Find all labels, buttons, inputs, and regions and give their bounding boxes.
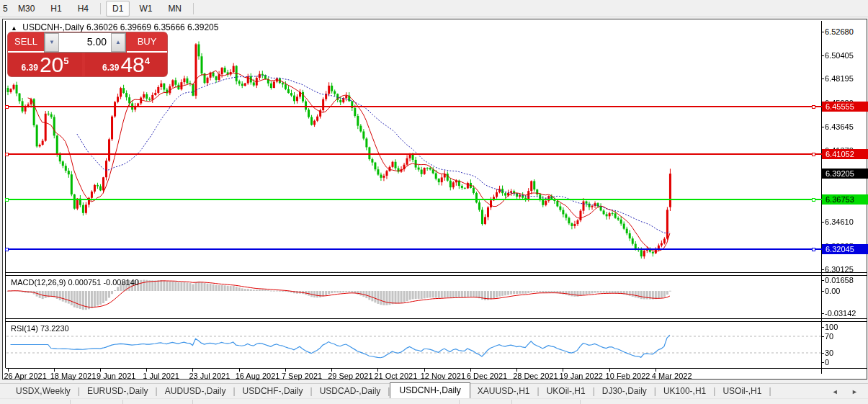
price-level-handle[interactable] [5,153,9,156]
rsi-axis-label-tick [821,362,824,363]
volume-spinner: ▼ 5.00 ▲ [44,32,126,53]
statusbar-separator [122,400,123,404]
price-tick-label: 6.48195 [825,74,854,83]
rsi-axis-label: 70 [825,332,833,341]
date-label: 23 Jul 2021 [189,372,230,380]
price-tick-label: 6.43645 [825,122,854,131]
pane-divider [6,368,867,369]
price-tick-mark [821,55,824,56]
date-label: 28 Dec 2021 [513,372,558,380]
buy-button[interactable]: BUY [127,32,167,53]
price-tick-label: 6.50405 [825,51,854,60]
rsi-axis-label-tick [821,327,824,328]
price-level-line[interactable] [6,153,822,155]
symbol-tab-audusd[interactable]: AUDUSD-,Daily [158,384,233,398]
macd-axis-label: 0.00 [825,287,840,295]
sell-button[interactable]: SELL [8,32,44,53]
date-label: 4 Mar 2022 [652,372,692,380]
price-tick-mark [821,269,824,270]
date-label: 12 Nov 2021 [421,372,465,380]
tab-scroll-right-icon[interactable]: ► [851,388,864,395]
symbol-tab-uk100[interactable]: UK100-,H1 [656,384,713,398]
price-level-line[interactable] [6,199,822,200]
tab-scroll-left-icon[interactable]: ◄ [832,388,844,395]
price-level-label: 6.45555 [822,102,868,112]
chart-shift-icon: ▲ [11,24,17,32]
price-tick-label: 6.52680 [825,27,854,36]
chart-window: ▲ USDCNH-,Daily 6.36026 6.39669 6.35666 … [2,19,867,380]
tab-separator: | [769,386,771,398]
price-level-handle[interactable] [812,153,815,156]
symbol-tab-xauusd[interactable]: XAUUSD-,H1 [470,384,537,398]
price-level-label: 6.41052 [822,149,868,159]
macd-axis-label: -0.03142 [825,309,856,318]
price-level-label: 6.39205 [822,169,868,179]
price-level-handle[interactable] [812,105,815,109]
symbol-tab-dj30[interactable]: DJ30-,Daily [595,384,654,398]
macd-axis-label-tick [821,291,824,292]
price-level-label: 6.36753 [822,194,868,205]
buy-price-sup: 4 [145,55,150,66]
timeframe-button-mn[interactable]: MN [161,1,188,17]
symbol-tab-bar: USDX,Weekly|EURUSD-,Daily|AUDUSD-,Daily|… [0,383,868,398]
timeframe-button-m30[interactable]: M30 [12,1,41,17]
price-level-handle[interactable] [5,105,9,109]
date-label: 7 Sep 2021 [282,372,322,380]
price-level-handle[interactable] [5,198,9,202]
status-bar [0,398,868,404]
macd-axis-label-tick [821,313,824,314]
rsi-axis-label: 100 [825,323,838,331]
date-label: 18 May 2021 [50,372,97,380]
timeframe-button-h4[interactable]: H4 [71,1,95,17]
date-label: 26 Apr 2021 [4,372,47,380]
sell-price-prefix: 6.39 [22,63,38,73]
symbol-tab-usdx[interactable]: USDX,Weekly [9,384,78,398]
symbol-tab-usoil[interactable]: USOil-,H1 [715,384,769,398]
symbol-tab-usdcad[interactable]: USDCAD-,Daily [313,384,388,398]
toolbar-separator [193,3,194,14]
symbol-title: USDCNH-,Daily [22,22,84,32]
price-level-line[interactable] [6,248,822,250]
buy-price-prefix: 6.39 [102,63,119,73]
timeframe-button-partial[interactable]: 5 [1,1,9,17]
sell-price-big: 20 [40,55,63,75]
volume-decrease-button[interactable]: ▼ [45,33,59,52]
pane-divider [6,318,867,319]
volume-input[interactable]: 5.00 [59,33,111,52]
timeframe-button-h1[interactable]: H1 [44,1,68,17]
rsi-axis-label-tick [821,353,824,354]
one-click-trade-panel: SELL ▼ 5.00 ▲ BUY 6.39 20 5 6.39 48 4 [8,32,167,76]
symbol-tab-eurusd[interactable]: EURUSD-,Daily [80,384,156,398]
buy-price-quote[interactable]: 6.39 48 4 [85,53,167,76]
toolbar-separator [100,3,101,14]
buy-price-big: 48 [120,55,144,75]
price-level-line[interactable] [6,106,822,107]
volume-increase-button[interactable]: ▲ [111,33,125,52]
price-level-handle[interactable] [812,248,815,251]
price-level-handle[interactable] [5,248,9,251]
date-label: 6 Dec 2021 [467,372,507,380]
timeframe-button-d1[interactable]: D1 [106,1,130,17]
rsi-indicator-canvas[interactable] [6,322,821,367]
symbol-tab-ukoil[interactable]: UKOil-,H1 [540,384,593,398]
sell-price-sup: 5 [63,55,68,66]
pane-left-border [5,21,6,368]
symbol-tab-usdchf[interactable]: USDCHF-,Daily [236,384,310,398]
price-tick-label: 6.30125 [825,265,854,274]
rsi-label: RSI(14) 73.2230 [11,324,69,333]
rsi-axis-label: 0 [825,358,829,367]
date-label: 1 Jul 2021 [143,372,179,380]
statusbar-separator [580,400,581,404]
rsi-axis-label: 30 [825,349,833,357]
price-level-handle[interactable] [812,198,815,202]
ohlc-values: 6.36026 6.39669 6.35666 6.39205 [86,22,219,32]
symbol-tab-usdcnh[interactable]: USDCNH-,Daily [390,382,470,398]
sell-price-quote[interactable]: 6.39 20 5 [8,53,82,76]
date-label: 21 Oct 2021 [374,372,417,380]
statusbar-separator [70,400,71,404]
macd-axis-label: 0.01658 [825,276,854,284]
date-label: 19 Jan 2022 [559,372,603,380]
timeframe-button-w1[interactable]: W1 [133,1,158,17]
date-label: 9 Jun 2021 [97,372,135,380]
pane-divider [6,275,867,276]
